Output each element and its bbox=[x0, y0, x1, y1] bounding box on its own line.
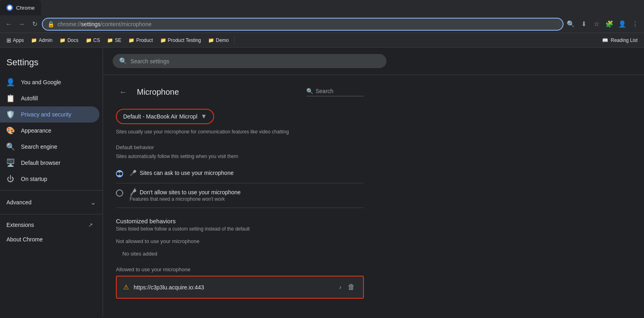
sidebar-item-default-browser[interactable]: 🖥️ Default browser bbox=[0, 155, 99, 171]
reload-button[interactable]: ↻ bbox=[29, 19, 40, 30]
bookmark-apps-label: Apps bbox=[13, 37, 24, 43]
bookmark-star-button[interactable]: ☆ bbox=[591, 19, 602, 30]
customized-behaviors-desc: Sites listed below follow a custom setti… bbox=[116, 226, 364, 232]
radio-allow-button[interactable] bbox=[116, 170, 123, 177]
back-button[interactable]: ← bbox=[3, 19, 14, 30]
customized-behaviors-section: Customized behaviors Sites listed below … bbox=[116, 218, 364, 299]
customized-behaviors-title: Customized behaviors bbox=[116, 218, 364, 224]
sidebar-item-about-chrome[interactable]: About Chrome bbox=[0, 232, 99, 247]
sidebar-label-autofill: Autofill bbox=[21, 95, 38, 102]
microphone-header: ← Microphone 🔍 bbox=[116, 85, 364, 99]
extensions-button[interactable]: 🧩 bbox=[604, 19, 615, 30]
radio-allow-text: 🎤 Sites can ask to use your microphone bbox=[130, 170, 233, 176]
bookmark-apps[interactable]: ⊞ Apps bbox=[3, 35, 27, 45]
reading-list-icon: 📖 bbox=[602, 37, 608, 43]
microphone-search-input[interactable] bbox=[316, 88, 364, 94]
folder-icon: 📁 bbox=[31, 37, 37, 43]
search-bar-icon: 🔍 bbox=[119, 57, 127, 65]
sidebar-item-privacy[interactable]: 🛡️ Privacy and security bbox=[0, 106, 99, 123]
site-delete-button[interactable]: 🗑 bbox=[346, 281, 357, 293]
folder-icon-4: 📁 bbox=[107, 37, 113, 43]
bookmark-product-testing[interactable]: 📁 Product Testing bbox=[157, 36, 204, 45]
radio-allow[interactable]: 🎤 Sites can ask to use your microphone bbox=[116, 164, 364, 183]
sidebar-item-on-startup[interactable]: ⏻ On startup bbox=[0, 171, 99, 187]
bookmark-docs-label: Docs bbox=[67, 37, 78, 43]
bookmarks-bar: ⊞ Apps 📁 Admin 📁 Docs 📁 CS 📁 SE 📁 Produc… bbox=[0, 33, 644, 48]
bookmark-se-label: SE bbox=[115, 37, 121, 43]
sidebar-divider-2 bbox=[0, 214, 103, 214]
sidebar-advanced-section[interactable]: Advanced ⌄ bbox=[0, 194, 103, 211]
tab-title: Chrome bbox=[16, 5, 35, 11]
radio-deny-button[interactable] bbox=[116, 189, 123, 197]
bookmarks-separator bbox=[234, 36, 235, 44]
main-container: Settings 👤 You and Google 📋 Autofill 🛡️ … bbox=[0, 48, 644, 317]
about-chrome-label: About Chrome bbox=[6, 236, 43, 243]
warning-triangle-icon: ⚠ bbox=[123, 283, 129, 291]
bookmark-product[interactable]: 📁 Product bbox=[125, 36, 156, 45]
shield-icon: 🛡️ bbox=[6, 110, 14, 118]
sidebar-divider-1 bbox=[0, 190, 103, 191]
bookmark-docs[interactable]: 📁 Docs bbox=[56, 36, 81, 45]
autofill-icon: 📋 bbox=[6, 94, 14, 102]
radio-deny[interactable]: 🎤╱ Don't allow sites to use your microph… bbox=[116, 183, 364, 208]
bookmark-cs-label: CS bbox=[93, 37, 100, 43]
microphone-dropdown-button[interactable]: Default - MacBook Air Micropl ▼ bbox=[120, 110, 210, 123]
microphone-description: Sites usually use your microphone for co… bbox=[116, 129, 364, 135]
forward-button[interactable]: → bbox=[16, 19, 27, 30]
svg-point-0 bbox=[8, 6, 12, 10]
sidebar-label-on-startup: On startup bbox=[21, 176, 47, 182]
microphone-content: ← Microphone 🔍 Default - MacBook Air Mic… bbox=[103, 75, 377, 310]
folder-icon-7: 📁 bbox=[208, 37, 214, 43]
url-scheme: chrome:// bbox=[58, 21, 81, 27]
download-button[interactable]: ⬇ bbox=[578, 19, 589, 30]
url-text: chrome://settings/content/microphone bbox=[58, 21, 558, 27]
microphone-dropdown-wrap: Default - MacBook Air Micropl ▼ bbox=[116, 109, 364, 124]
dropdown-label: Default - MacBook Air Micropl bbox=[123, 113, 197, 120]
bookmark-se[interactable]: 📁 SE bbox=[104, 36, 124, 45]
folder-icon-5: 📁 bbox=[128, 37, 134, 43]
reading-list-button[interactable]: 📖 Reading List bbox=[599, 36, 641, 45]
bookmark-demo-label: Demo bbox=[216, 37, 229, 43]
settings-search-bar[interactable]: 🔍 bbox=[113, 54, 386, 68]
bookmark-cs[interactable]: 📁 CS bbox=[83, 36, 103, 45]
lock-icon: 🔒 bbox=[47, 21, 54, 27]
bookmark-demo[interactable]: 📁 Demo bbox=[205, 36, 232, 45]
active-tab[interactable]: Chrome bbox=[0, 0, 41, 15]
advanced-label: Advanced bbox=[6, 199, 31, 206]
toolbar-icons: 🔍 ⬇ ☆ 🧩 👤 ⋮ bbox=[565, 19, 641, 30]
radio-allow-label: 🎤 Sites can ask to use your microphone bbox=[130, 170, 233, 176]
search-engine-icon: 🔍 bbox=[6, 143, 14, 151]
profile-button[interactable]: 👤 bbox=[617, 19, 628, 30]
allowed-site-url: https://c3p3lu.acquire.io:443 bbox=[134, 284, 334, 291]
allowed-site-entry: ⚠ https://c3p3lu.acquire.io:443 › 🗑 bbox=[116, 276, 364, 299]
settings-search-input[interactable] bbox=[130, 58, 380, 64]
no-sites-label: No sites added bbox=[116, 247, 364, 260]
more-menu-button[interactable]: ⋮ bbox=[630, 19, 641, 30]
browser-icon: 🖥️ bbox=[6, 159, 14, 167]
urlbar-row: ← → ↻ 🔒 chrome://settings/content/microp… bbox=[0, 15, 644, 33]
mic-search-icon: 🔍 bbox=[306, 88, 313, 94]
microphone-back-button[interactable]: ← bbox=[116, 85, 130, 99]
site-expand-icon[interactable]: › bbox=[339, 284, 341, 291]
microphone-allow-icon: 🎤 bbox=[130, 170, 136, 176]
search-bar-wrap: 🔍 bbox=[103, 48, 644, 75]
startup-icon: ⏻ bbox=[6, 175, 14, 183]
dropdown-chevron-icon: ▼ bbox=[200, 113, 207, 120]
folder-icon-6: 📁 bbox=[160, 37, 166, 43]
sidebar-item-search-engine[interactable]: 🔍 Search engine bbox=[0, 139, 99, 155]
appearance-icon: 🎨 bbox=[6, 127, 14, 135]
sidebar: Settings 👤 You and Google 📋 Autofill 🛡️ … bbox=[0, 48, 103, 317]
person-icon: 👤 bbox=[6, 78, 14, 86]
search-toolbar-button[interactable]: 🔍 bbox=[565, 19, 576, 30]
settings-title: Settings bbox=[0, 54, 103, 74]
url-bar[interactable]: 🔒 chrome://settings/content/microphone bbox=[42, 18, 564, 31]
tab-favicon bbox=[6, 4, 13, 11]
bookmark-admin[interactable]: 📁 Admin bbox=[28, 36, 56, 45]
sidebar-item-autofill[interactable]: 📋 Autofill bbox=[0, 90, 99, 106]
microphone-search[interactable]: 🔍 bbox=[306, 88, 364, 96]
default-behavior-header: Default behavior bbox=[116, 144, 364, 150]
sidebar-item-extensions[interactable]: Extensions ↗ bbox=[0, 218, 99, 232]
sidebar-item-you-google[interactable]: 👤 You and Google bbox=[0, 74, 99, 90]
radio-deny-text: 🎤╱ Don't allow sites to use your microph… bbox=[130, 189, 241, 202]
sidebar-item-appearance[interactable]: 🎨 Appearance bbox=[0, 123, 99, 139]
